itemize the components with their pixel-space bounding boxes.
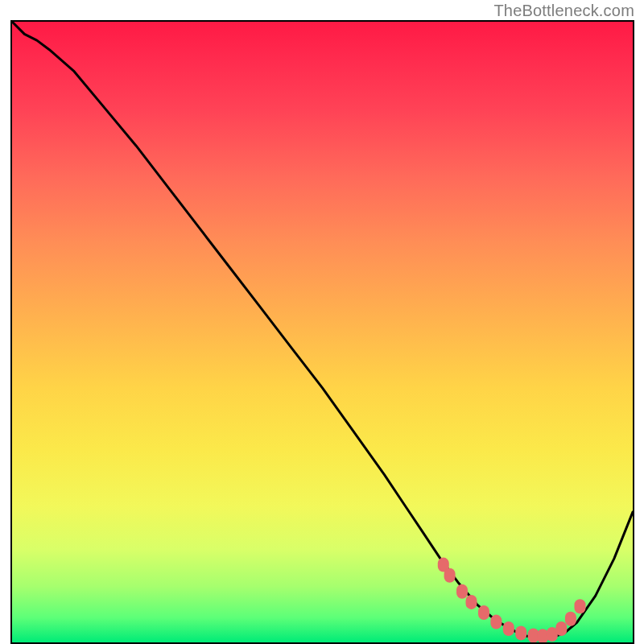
svg-rect-3 [466,595,477,609]
curve-svg [12,22,633,642]
svg-rect-1 [444,568,456,583]
svg-rect-6 [503,621,514,636]
curve-line [12,22,633,638]
attribution-text: TheBottleneck.com [493,2,634,20]
svg-rect-7 [515,625,526,640]
svg-rect-11 [555,621,567,636]
svg-rect-4 [478,605,489,620]
svg-rect-5 [490,615,502,630]
chart-frame: TheBottleneck.com [0,0,644,644]
svg-rect-13 [575,599,586,613]
svg-rect-2 [456,584,468,599]
svg-rect-12 [565,612,576,626]
optimal-markers [438,558,586,642]
plot-area [10,20,634,644]
